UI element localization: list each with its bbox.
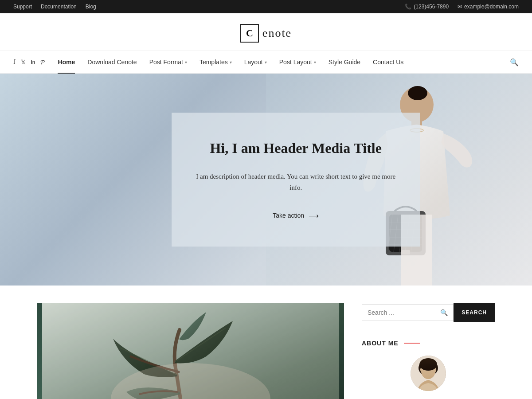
nav-post-layout[interactable]: Post Layout ▾ xyxy=(279,51,316,73)
pinterest-icon[interactable]: 𝓟 xyxy=(40,59,44,66)
main-content: 🔍 SEARCH ABOUT ME xyxy=(0,286,532,399)
phone-info: 📞 (123)456-7890 xyxy=(405,4,449,10)
hero-overlay: Hi, I am Header Media Title I am descrip… xyxy=(172,113,420,246)
nav-layout[interactable]: Layout ▾ xyxy=(244,51,267,73)
chevron-down-icon: ▾ xyxy=(230,60,232,65)
top-bar-right: 📞 (123)456-7890 ✉ example@domain.com xyxy=(405,4,519,10)
about-me-underline xyxy=(404,343,420,344)
hero-section: Hi, I am Header Media Title I am descrip… xyxy=(0,74,532,286)
top-bar: Support Documentation Blog 📞 (123)456-78… xyxy=(0,0,532,13)
phone-number: (123)456-7890 xyxy=(414,4,449,10)
logo-letter: C xyxy=(240,24,259,43)
hero-cta-link[interactable]: Take action ⟶ xyxy=(273,211,319,220)
about-me-avatar xyxy=(411,356,446,391)
avatar-image xyxy=(411,356,446,391)
chevron-down-icon: ▾ xyxy=(314,60,316,65)
email-address: example@domain.com xyxy=(464,4,519,10)
nav-contact[interactable]: Contact Us xyxy=(373,51,403,73)
chevron-down-icon: ▾ xyxy=(265,60,267,65)
sidebar: 🔍 SEARCH ABOUT ME xyxy=(362,303,495,399)
documentation-link[interactable]: Documentation xyxy=(41,4,77,10)
support-link[interactable]: Support xyxy=(13,4,32,10)
nav-search-icon[interactable]: 🔍 xyxy=(510,58,519,66)
nav-style-guide[interactable]: Style Guide xyxy=(329,51,360,73)
hero-cta-arrow: ⟶ xyxy=(309,211,319,220)
logo-name: enote xyxy=(262,27,292,40)
hero-title: Hi, I am Header Media Title xyxy=(194,139,398,158)
nav-download[interactable]: Download Cenote xyxy=(87,51,137,73)
search-input[interactable] xyxy=(362,305,435,321)
logo[interactable]: C enote xyxy=(240,24,292,43)
top-bar-left: Support Documentation Blog xyxy=(13,4,96,10)
about-me-heading: ABOUT ME xyxy=(362,340,495,347)
facebook-icon[interactable]: f xyxy=(13,59,16,66)
post-featured-image xyxy=(37,303,344,399)
blog-posts xyxy=(37,303,344,399)
nav-templates[interactable]: Templates ▾ xyxy=(200,51,232,73)
chevron-down-icon: ▾ xyxy=(185,60,187,65)
search-button[interactable]: SEARCH xyxy=(454,303,495,322)
logo-area: C enote xyxy=(0,13,532,51)
post-image-svg xyxy=(37,303,344,399)
nav-post-format[interactable]: Post Format ▾ xyxy=(149,51,187,73)
search-input-wrap: 🔍 xyxy=(362,304,454,321)
search-magnifier-icon: 🔍 xyxy=(435,309,453,317)
search-widget: 🔍 SEARCH xyxy=(362,303,495,322)
nav-home[interactable]: Home xyxy=(58,51,75,73)
email-info: ✉ example@domain.com xyxy=(458,4,519,10)
social-icons: f 𝕏 in 𝓟 xyxy=(13,59,44,66)
blog-link[interactable]: Blog xyxy=(86,4,96,10)
twitter-icon[interactable]: 𝕏 xyxy=(21,59,26,66)
svg-point-3 xyxy=(408,86,427,100)
email-icon: ✉ xyxy=(458,4,462,10)
linkedin-icon[interactable]: in xyxy=(31,59,35,65)
hero-cta-label: Take action xyxy=(273,212,304,219)
phone-icon: 📞 xyxy=(405,4,411,10)
nav-bar: f 𝕏 in 𝓟 Home Download Cenote Post Forma… xyxy=(0,51,532,74)
about-me-label: ABOUT ME xyxy=(362,340,399,347)
svg-point-28 xyxy=(419,358,437,371)
nav-links: Home Download Cenote Post Format ▾ Templ… xyxy=(58,51,510,73)
hero-description: I am description of header media. You ca… xyxy=(194,171,398,194)
